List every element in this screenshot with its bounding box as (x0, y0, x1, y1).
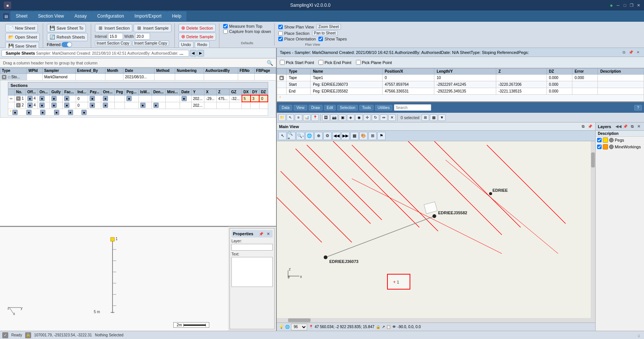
s2-pay-btn[interactable]: ■ (90, 103, 95, 108)
pick-end-checkbox[interactable] (318, 60, 323, 65)
pv-icon-table[interactable]: ▦ (430, 114, 437, 121)
s1-expand[interactable]: + (16, 96, 21, 101)
s2-ore-btn[interactable]: ■ (103, 103, 108, 108)
nr-btn6[interactable]: ■ (81, 110, 87, 115)
main-view-pin-btn[interactable]: 📌 (587, 124, 593, 130)
map-vertical-scrollbar[interactable] (591, 141, 595, 323)
width-input[interactable] (135, 33, 150, 40)
main-view-float-btn[interactable]: ⧉ (580, 124, 586, 130)
pv-icon-delete2[interactable]: ✕ (388, 114, 396, 121)
mv-next-tool[interactable]: ▶▶ (341, 132, 350, 140)
filtered-switch[interactable] (62, 42, 72, 47)
s1-date-btn[interactable]: ■ (182, 96, 187, 101)
zoom-sheet-button[interactable]: Zoom Sheet (317, 24, 341, 30)
delete-sample-button[interactable]: ⊗ Delete Sample (179, 33, 216, 40)
nr-btn2[interactable]: ■ (26, 110, 32, 115)
s2-isw-btn[interactable]: ■ (140, 103, 146, 108)
pv-icon-select3[interactable]: ◉ (355, 114, 363, 121)
insert-section-copy-button[interactable]: Insert Section Copy (95, 40, 131, 46)
sheet-tab-arrow-left[interactable]: ◀ (190, 50, 197, 57)
layer-pegs-checkbox[interactable] (597, 138, 602, 142)
minimize-button[interactable]: ─ (615, 3, 621, 8)
pv-tool-utilities[interactable]: Utilities (375, 105, 392, 111)
restore-button[interactable]: ❐ (629, 3, 634, 8)
s2-gully-btn[interactable]: ■ (51, 103, 57, 108)
insert-section-button[interactable]: ⊞ Insert Section (95, 24, 132, 32)
layers-float-btn[interactable]: ⧉ (629, 124, 635, 130)
s1-on-btn[interactable]: ■ (39, 96, 45, 101)
menu-tab-help[interactable]: Help (167, 11, 187, 21)
pv-tool-selection[interactable]: Selection (337, 105, 358, 111)
mv-select-tool[interactable]: ↖ (278, 132, 287, 140)
app-icon[interactable]: ■ (4, 1, 11, 9)
section-row-new[interactable]: * ■ ■ ■ ■ ■ ■ (8, 109, 268, 116)
properties-close-button[interactable]: ✕ (265, 231, 271, 237)
grid-container[interactable]: Type WPId Sampler Entered_By Month Date … (0, 67, 276, 226)
layer-item-mine-workings[interactable]: MineWorkings (596, 143, 644, 150)
s1-fac-btn[interactable]: ■ (64, 96, 69, 101)
pick-plane-checkbox[interactable] (356, 60, 361, 65)
menu-tab-assay[interactable]: Assay (69, 11, 92, 21)
pv-icon-folder[interactable]: 📁 (278, 114, 286, 121)
app-menu-icon[interactable]: ▤ (2, 12, 10, 20)
pick-start-checkbox[interactable] (280, 60, 285, 65)
place-section-checkbox[interactable] (278, 31, 283, 36)
tapes-close-button[interactable]: ✕ (635, 49, 641, 55)
s2-expand[interactable]: + (16, 103, 21, 108)
menu-tab-configuration[interactable]: Configuration (92, 11, 129, 21)
mv-zoom-in-tool[interactable]: 🔍+ (287, 132, 296, 140)
undo-button[interactable]: Undo (179, 41, 194, 48)
grid-search-button[interactable]: 🔍 (267, 60, 273, 66)
refresh-sheets-button[interactable]: 🔄 Refresh Sheets (47, 33, 88, 41)
pv-icon-move[interactable]: ✢ (363, 114, 371, 121)
pv-tool-draw[interactable]: Draw (309, 105, 323, 111)
filtered-toggle[interactable]: Filtered (47, 42, 72, 47)
tapes-float-button[interactable]: ⧉ (621, 49, 627, 55)
nr-btn3[interactable]: ■ (40, 110, 45, 115)
pv-tool-view[interactable]: View (294, 105, 307, 111)
map-vscroll-thumb[interactable] (591, 152, 595, 167)
pv-icon-select1[interactable]: ▣ (339, 114, 346, 121)
s2-off-btn[interactable]: ■ (27, 103, 33, 108)
new-sheet-button[interactable]: 📄 New Sheet (5, 24, 38, 32)
sheet-tab-sample-sheets[interactable]: Sample Sheets Sampler: MarkDiamond Creat… (2, 50, 189, 57)
pv-icon-camera[interactable]: 📷 (330, 114, 338, 121)
menu-tab-sheet[interactable]: Sheet (11, 11, 33, 21)
redo-button[interactable]: Redo (195, 41, 210, 48)
s1-dx[interactable]: 5 (242, 95, 251, 102)
layer-item-pegs[interactable]: Pegs (596, 137, 644, 143)
map-hscroll-thumb[interactable] (288, 318, 311, 322)
s1-gully-btn[interactable]: ■ (51, 96, 57, 101)
map-canvas[interactable]: EDRIEEJ36073 EDRIEEJ35582 EDRIEE + 1 y (277, 141, 595, 323)
edit-pencil-1[interactable]: ✏ (10, 97, 13, 101)
s1-dy[interactable]: 3 (251, 95, 259, 102)
mv-extra-tool[interactable]: ⊞ (368, 132, 377, 140)
capture-from-top-checkbox[interactable] (223, 29, 228, 34)
mv-grid-tool[interactable]: ▦ (350, 132, 359, 140)
pv-icon-dropdown[interactable]: ▼ (438, 114, 446, 121)
pan-to-sheet-button[interactable]: Pan to Sheet (312, 30, 338, 36)
pv-icon-grid[interactable]: ⊞ (422, 114, 429, 121)
pv-icon-layers[interactable]: ≡ (295, 114, 302, 121)
pv-icon-rotate[interactable]: ↻ (372, 114, 379, 121)
tapes-pin-button[interactable]: 📌 (628, 49, 634, 55)
plan-view-search[interactable] (394, 104, 431, 111)
zoom-select[interactable]: 96 100 75 (291, 324, 307, 330)
nr-btn4[interactable]: ■ (54, 110, 59, 115)
map-horizontal-scrollbar[interactable] (277, 318, 591, 323)
pv-icon-cursor[interactable]: ↖ (287, 114, 294, 121)
insert-sample-copy-button[interactable]: Insert Sample Copy (132, 40, 169, 46)
properties-pin-button[interactable]: 📌 (258, 231, 264, 237)
pv-tool-edit[interactable]: Edit (324, 105, 336, 111)
s1-dz[interactable]: 0 (259, 95, 268, 102)
save-sheet-to-button[interactable]: 💾 Save Sheet To (47, 24, 86, 32)
layers-arrow-left[interactable]: ◀◀ (615, 124, 621, 130)
pv-icon-select2[interactable]: ◈ (347, 114, 354, 121)
show-tapes-checkbox[interactable] (318, 37, 323, 41)
text-textarea[interactable] (231, 257, 273, 287)
open-sheet-button[interactable]: 📂 Open Sheet (5, 33, 40, 41)
sheet-tab-arrow-right[interactable]: ▶ (197, 50, 204, 57)
maximize-button[interactable]: □ (622, 3, 627, 8)
measure-from-top-checkbox[interactable] (223, 24, 228, 28)
delete-section-button[interactable]: ⊗ Delete Section (179, 24, 216, 32)
